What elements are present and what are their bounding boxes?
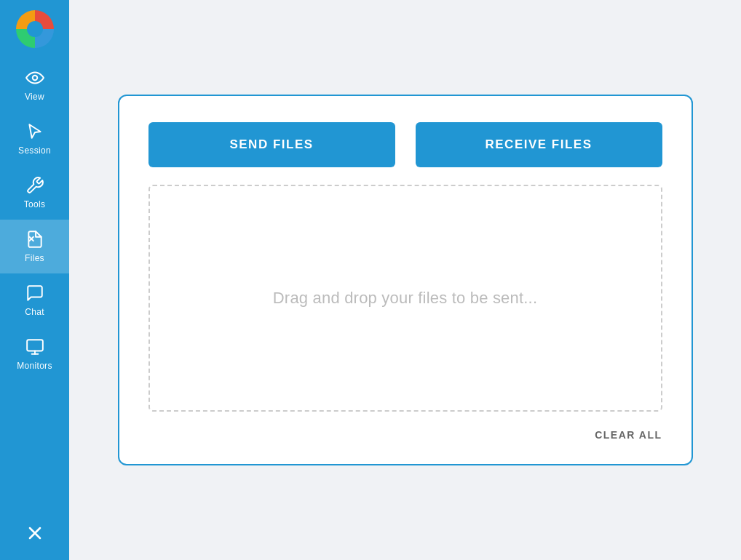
drop-zone[interactable]: Drag and drop your files to be sent...: [148, 185, 662, 412]
sidebar-item-monitors[interactable]: Monitors: [0, 327, 69, 381]
sidebar-item-chat[interactable]: Chat: [0, 273, 69, 327]
close-icon: [25, 523, 45, 543]
monitors-icon: [25, 337, 44, 356]
eye-icon: [25, 68, 44, 87]
sidebar-item-view[interactable]: View: [0, 58, 69, 112]
drop-zone-text: Drag and drop your files to be sent...: [273, 289, 537, 308]
bottom-row: CLEAR ALL: [148, 429, 662, 441]
close-button[interactable]: [0, 505, 69, 560]
sidebar-item-label: Tools: [24, 199, 46, 209]
files-panel: SEND FILES RECEIVE FILES Drag and drop y…: [118, 95, 693, 465]
sidebar-item-label: Session: [18, 145, 51, 156]
sidebar-item-label: Files: [25, 253, 44, 263]
sidebar: View Session Tools Files Chat: [0, 0, 69, 560]
clear-all-button[interactable]: CLEAR ALL: [595, 429, 662, 441]
sidebar-item-label: Chat: [25, 307, 44, 317]
sidebar-item-session[interactable]: Session: [0, 112, 69, 166]
sidebar-item-files[interactable]: Files: [0, 220, 69, 273]
chat-icon: [25, 284, 44, 303]
svg-point-0: [32, 76, 37, 81]
action-buttons-row: SEND FILES RECEIVE FILES: [148, 122, 662, 167]
sidebar-item-label: Monitors: [17, 361, 52, 371]
sidebar-item-label: View: [25, 92, 44, 102]
tools-icon: [25, 176, 44, 195]
files-icon: [25, 230, 44, 249]
send-files-button[interactable]: SEND FILES: [148, 122, 395, 167]
logo: [0, 0, 69, 58]
cursor-icon: [25, 122, 44, 141]
logo-circle: [16, 10, 54, 48]
main-content: SEND FILES RECEIVE FILES Drag and drop y…: [69, 0, 741, 560]
sidebar-item-tools[interactable]: Tools: [0, 166, 69, 220]
svg-rect-3: [27, 340, 43, 351]
receive-files-button[interactable]: RECEIVE FILES: [416, 122, 662, 167]
